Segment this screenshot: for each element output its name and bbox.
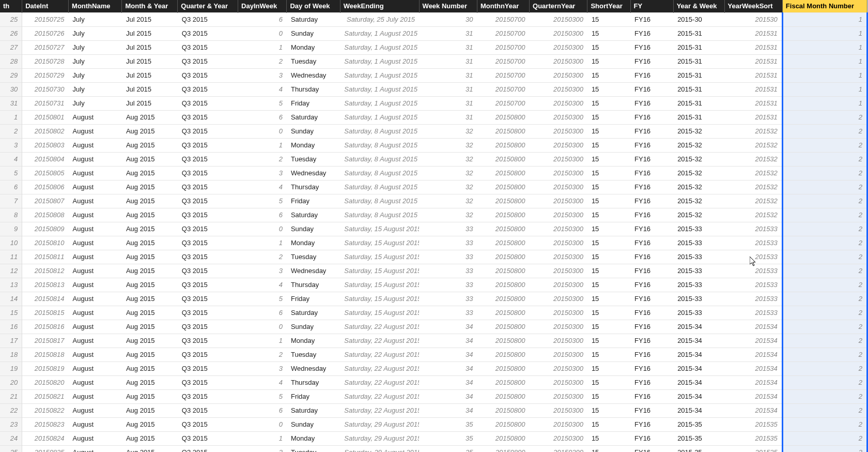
cell-quarterYear[interactable]: Q3 2015 — [178, 194, 238, 208]
cell-monthName[interactable]: August — [69, 306, 122, 320]
cell-shortYear[interactable]: 15 — [587, 389, 630, 403]
cell-dateInt[interactable]: 20150807 — [22, 194, 69, 208]
cell-dateInt[interactable]: 20150808 — [22, 208, 69, 222]
cell-yearWeekSort[interactable]: 201531 — [724, 68, 782, 82]
cell-weekEnding[interactable]: Saturday, 29 August 2015 — [340, 445, 419, 452]
cell-dayOfWeek[interactable]: Tuesday — [287, 152, 340, 166]
cell-fy[interactable]: FY16 — [630, 124, 673, 138]
cell-yearWeekSort[interactable]: 201533 — [724, 222, 782, 236]
table-row[interactable]: 2420150824AugustAug 2015Q3 20151MondaySa… — [0, 431, 867, 445]
cell-monthnYear[interactable]: 20150800 — [477, 264, 529, 278]
col-header-quarterYear[interactable]: Quarter & Year — [178, 0, 238, 12]
cell-quarternYear[interactable]: 20150300 — [530, 208, 587, 222]
cell-dayOfWeek[interactable]: Monday — [287, 334, 340, 348]
cell-dayInWeek[interactable]: 5 — [238, 194, 287, 208]
table-row[interactable]: 2520150725JulyJul 2015Q3 20156SaturdaySa… — [0, 12, 867, 26]
table-row[interactable]: 820150808AugustAug 2015Q3 20156SaturdayS… — [0, 208, 867, 222]
cell-quarternYear[interactable]: 20150300 — [530, 264, 587, 278]
cell-fiscalMonth[interactable]: 2 — [782, 431, 867, 445]
cell-yearWeek[interactable]: 2015-35 — [673, 431, 724, 445]
cell-monthnYear[interactable]: 20150800 — [477, 292, 529, 306]
cell-weekEnding[interactable]: Saturday, 25 July 2015 — [340, 12, 419, 26]
cell-dateInt[interactable]: 20150730 — [22, 82, 69, 96]
cell-dateInt[interactable]: 20150728 — [22, 54, 69, 68]
cell-dayInWeek[interactable]: 2 — [238, 348, 287, 361]
cell-shortYear[interactable]: 15 — [587, 445, 630, 452]
cell-shortYear[interactable]: 15 — [587, 166, 630, 180]
cell-weekEnding[interactable]: Saturday, 22 August 2015 — [340, 348, 419, 361]
cell-monthnYear[interactable]: 20150700 — [477, 68, 529, 82]
cell-dateInt[interactable]: 20150819 — [22, 361, 69, 375]
cell-quarternYear[interactable]: 20150300 — [530, 236, 587, 250]
cell-yearWeekSort[interactable]: 201532 — [724, 152, 782, 166]
cell-fy[interactable]: FY16 — [630, 431, 673, 445]
cell-weekNumber[interactable]: 31 — [419, 26, 477, 40]
cell-dayOfWeek[interactable]: Sunday — [287, 417, 340, 431]
cell-weekEnding[interactable]: Saturday, 15 August 2015 — [340, 306, 419, 320]
cell-weekNumber[interactable]: 33 — [419, 278, 477, 292]
cell-quarternYear[interactable]: 20150300 — [530, 250, 587, 264]
cell-monthYear[interactable]: Aug 2015 — [122, 110, 178, 124]
cell-monthnYear[interactable]: 20150800 — [477, 124, 529, 138]
cell-dateInt[interactable]: 20150813 — [22, 278, 69, 292]
cell-quarterYear[interactable]: Q3 2015 — [178, 320, 238, 334]
cell-weekEnding[interactable]: Saturday, 22 August 2015 — [340, 334, 419, 348]
cell-monthName[interactable]: August — [69, 445, 122, 452]
cell-fiscalMonth[interactable]: 2 — [782, 403, 867, 417]
col-header-weekEnding[interactable]: WeekEnding — [340, 0, 419, 12]
cell-yearWeekSort[interactable]: 201533 — [724, 236, 782, 250]
cell-monthName[interactable]: July — [69, 82, 122, 96]
cell-dayInWeek[interactable]: 1 — [238, 431, 287, 445]
cell-monthName[interactable]: July — [69, 68, 122, 82]
cell-weekEnding[interactable]: Saturday, 8 August 2015 — [340, 138, 419, 152]
table-row[interactable]: 420150804AugustAug 2015Q3 20152TuesdaySa… — [0, 152, 867, 166]
cell-weekNumber[interactable]: 32 — [419, 180, 477, 194]
cell-monthnYear[interactable]: 20150800 — [477, 138, 529, 152]
cell-weekEnding[interactable]: Saturday, 15 August 2015 — [340, 250, 419, 264]
cell-weekEnding[interactable]: Saturday, 22 August 2015 — [340, 375, 419, 389]
cell-weekEnding[interactable]: Saturday, 1 August 2015 — [340, 82, 419, 96]
table-row[interactable]: 1020150810AugustAug 2015Q3 20151MondaySa… — [0, 236, 867, 250]
cell-dayInWeek[interactable]: 0 — [238, 26, 287, 40]
cell-yearWeek[interactable]: 2015-31 — [673, 40, 724, 54]
cell-fy[interactable]: FY16 — [630, 348, 673, 361]
cell-fy[interactable]: FY16 — [630, 82, 673, 96]
cell-dayInWeek[interactable]: 0 — [238, 417, 287, 431]
table-row[interactable]: 1420150814AugustAug 2015Q3 20155FridaySa… — [0, 292, 867, 306]
cell-yearWeek[interactable]: 2015-31 — [673, 54, 724, 68]
cell-yearWeekSort[interactable]: 201534 — [724, 348, 782, 361]
cell-dateInt[interactable]: 20150815 — [22, 306, 69, 320]
cell-fiscalMonth[interactable]: 1 — [782, 82, 867, 96]
cell-weekEnding[interactable]: Saturday, 1 August 2015 — [340, 68, 419, 82]
cell-monthnYear[interactable]: 20150800 — [477, 417, 529, 431]
cell-quarterYear[interactable]: Q3 2015 — [178, 12, 238, 26]
cell-fiscalMonth[interactable]: 1 — [782, 12, 867, 26]
cell-monthnYear[interactable]: 20150800 — [477, 222, 529, 236]
cell-yearWeek[interactable]: 2015-31 — [673, 110, 724, 124]
cell-weekNumber[interactable]: 32 — [419, 194, 477, 208]
cell-quarternYear[interactable]: 20150300 — [530, 194, 587, 208]
cell-fiscalMonth[interactable]: 2 — [782, 208, 867, 222]
cell-yearWeekSort[interactable]: 201531 — [724, 110, 782, 124]
cell-yearWeekSort[interactable]: 201533 — [724, 250, 782, 264]
cell-weekNumber[interactable]: 32 — [419, 152, 477, 166]
cell-monthnYear[interactable]: 20150800 — [477, 348, 529, 361]
cell-quarterYear[interactable]: Q3 2015 — [178, 278, 238, 292]
table-row[interactable]: 1620150816AugustAug 2015Q3 20150SundaySa… — [0, 320, 867, 334]
cell-monthYear[interactable]: Aug 2015 — [122, 361, 178, 375]
cell-monthnYear[interactable]: 20150800 — [477, 166, 529, 180]
cell-fiscalMonth[interactable]: 2 — [782, 389, 867, 403]
cell-shortYear[interactable]: 15 — [587, 250, 630, 264]
cell-dayInWeek[interactable]: 1 — [238, 40, 287, 54]
cell-yearWeekSort[interactable]: 201535 — [724, 431, 782, 445]
cell-weekNumber[interactable]: 33 — [419, 292, 477, 306]
table-row[interactable]: 1220150812AugustAug 2015Q3 20153Wednesda… — [0, 264, 867, 278]
table-row[interactable]: 1520150815AugustAug 2015Q3 20156Saturday… — [0, 306, 867, 320]
cell-monthYear[interactable]: Aug 2015 — [122, 152, 178, 166]
cell-shortYear[interactable]: 15 — [587, 222, 630, 236]
cell-monthName[interactable]: August — [69, 389, 122, 403]
cell-dayOfWeek[interactable]: Tuesday — [287, 54, 340, 68]
cell-weekNumber[interactable]: 34 — [419, 320, 477, 334]
cell-weekEnding[interactable]: Saturday, 15 August 2015 — [340, 264, 419, 278]
cell-yearWeekSort[interactable]: 201535 — [724, 445, 782, 452]
